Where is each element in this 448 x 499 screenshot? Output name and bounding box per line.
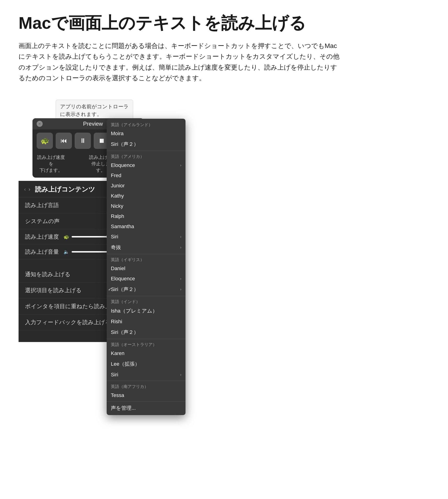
speed-turtle-icon: 🐢	[64, 234, 69, 240]
divider-4	[107, 339, 186, 339]
settings-nav-title: 読み上げコンテンツ	[35, 185, 95, 194]
annotation-text: アプリの名前がコントローラ に表示されます。	[60, 104, 129, 117]
volume-low-icon: 🔈	[64, 249, 69, 255]
voice-lee[interactable]: Lee（拡張）	[107, 358, 186, 370]
speed-slider-fill	[72, 236, 108, 238]
voice-rishi[interactable]: Rishi	[107, 317, 186, 327]
divider-6	[107, 401, 186, 402]
settings-label-volume: 読み上げ音量	[25, 248, 59, 256]
rewind-button[interactable]: ⏮	[56, 133, 72, 149]
voice-weird[interactable]: 奇抜 ›	[107, 242, 186, 253]
section-header-australia: 英語（オーストラリア）	[107, 340, 186, 348]
settings-label-input: 入力フィードバックを読み上げる	[25, 319, 111, 325]
voice-eloquence-uk[interactable]: Eloquence ›	[107, 274, 186, 284]
chevron-right-icon: ›	[180, 163, 181, 167]
settings-label-notifications: 通知を読み上げる	[25, 271, 70, 277]
section-header-southafrica: 英語（南アフリカ）	[107, 382, 186, 390]
settings-label-language: 読み上げ言語	[25, 202, 59, 208]
voice-karen[interactable]: Karen	[107, 348, 186, 358]
settings-label-selected: 選択項目を読み上げる	[25, 287, 82, 293]
voice-ralph[interactable]: Ralph	[107, 211, 186, 222]
settings-label-speed: 読み上げ速度	[25, 233, 59, 241]
divider-3	[107, 296, 186, 296]
settings-label-voice: システムの声	[25, 218, 60, 224]
page-title: Macで画面上のテキストを読み上げる	[18, 14, 430, 32]
chevron-right-icon-siri-uk: ›	[180, 287, 181, 291]
voice-fred[interactable]: Fred	[107, 170, 186, 181]
section-header-ireland: 英語（アイルランド）	[107, 120, 186, 129]
annotation-speed-down: 読み上げ速度を 下げます。	[37, 154, 65, 174]
chevron-right-icon-siri: ›	[180, 235, 181, 239]
nav-forward-arrow[interactable]: ›	[29, 186, 30, 193]
section-header-uk: 英語（イギリス）	[107, 255, 186, 263]
section-header-india: 英語（インド）	[107, 297, 186, 306]
voice-junior[interactable]: Junior	[107, 181, 186, 191]
nav-back-arrow[interactable]: ‹	[24, 186, 26, 193]
divider-2	[107, 254, 186, 254]
voice-tessa[interactable]: Tessa	[107, 390, 186, 401]
manage-voices[interactable]: 声を管理...	[107, 402, 186, 414]
voice-siri-ireland[interactable]: Siri（声２）	[107, 139, 186, 150]
preview-close-button[interactable]: ✕	[37, 121, 43, 127]
chevron-right-icon-eloquence-uk: ›	[180, 277, 181, 281]
accessibility-area: アプリの名前がコントローラ に表示されます。 ✕ Preview 🐢 ⏮ ⏸ ⏹…	[18, 93, 430, 292]
voice-siri-us[interactable]: Siri ›	[107, 232, 186, 242]
page-container: Macで画面上のテキストを読み上げる 画面上のテキストを読むことに問題がある場合…	[0, 0, 448, 499]
voice-moira[interactable]: Moira	[107, 129, 186, 139]
voice-eloquence-us[interactable]: Eloquence ›	[107, 160, 186, 170]
annotation-bubble: アプリの名前がコントローラ に表示されます。	[56, 100, 133, 121]
voice-dropdown: 英語（アイルランド） Moira Siri（声２） 英語（アメリカ） Eloqu…	[107, 119, 186, 415]
voice-daniel[interactable]: Daniel	[107, 263, 186, 274]
voice-nicky[interactable]: Nicky	[107, 201, 186, 211]
voice-siri-australia[interactable]: Siri ›	[107, 370, 186, 380]
intro-text: 画面上のテキストを読むことに問題がある場合は、キーボードショートカットを押すこと…	[18, 41, 343, 83]
divider-5	[107, 381, 186, 381]
section-header-america: 英語（アメリカ）	[107, 152, 186, 160]
chevron-right-icon-siri-au: ›	[180, 373, 181, 377]
voice-kathy[interactable]: Kathy	[107, 191, 186, 201]
pause-button[interactable]: ⏸	[75, 133, 91, 149]
divider-1	[107, 151, 186, 151]
close-icon: ✕	[38, 122, 41, 126]
voice-isha[interactable]: Isha（プレミアム）	[107, 306, 186, 317]
voice-siri-uk[interactable]: Siri（声２） ›	[107, 284, 186, 295]
voice-samantha[interactable]: Samantha	[107, 222, 186, 232]
voice-siri-india[interactable]: Siri（声２）	[107, 327, 186, 338]
speed-down-button[interactable]: 🐢	[37, 133, 53, 149]
chevron-right-icon-weird: ›	[180, 245, 181, 250]
